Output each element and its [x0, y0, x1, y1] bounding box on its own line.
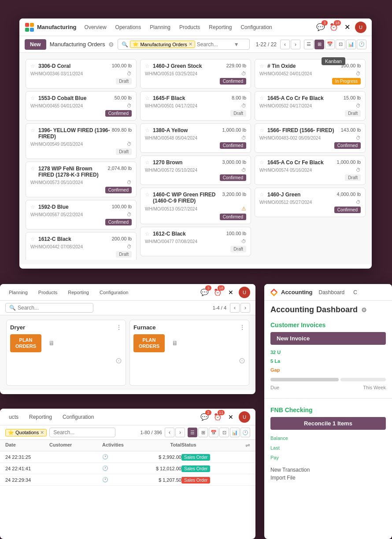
chart-view-icon[interactable]: 📊 — [346, 40, 356, 49]
clock-view-icon[interactable]: 🕐 — [357, 40, 366, 49]
kanban-card[interactable]: ☆ 1460-J Green 4,000.00 lb WH/MO/00512 0… — [255, 188, 366, 217]
kanban-card[interactable]: ☆ 1396- YELLOW FIRED (1396-FIRED) 809.80… — [26, 123, 137, 159]
nav-operations[interactable]: Operations — [112, 22, 145, 32]
search-bar-2[interactable]: 🔍 — [5, 303, 93, 313]
chart-view-icon-3[interactable]: 📊 — [230, 428, 240, 437]
star-icon[interactable]: ☆ — [145, 95, 150, 101]
fnb-link-last[interactable]: Last — [270, 445, 280, 450]
kanban-view-icon[interactable]: ⊞ — [314, 40, 324, 49]
kanban-card[interactable]: ☆ 1553-D Cobalt Blue 50.00 lb WH/MO/0045… — [26, 91, 137, 121]
column-settings-icon[interactable]: ⇌ — [245, 442, 250, 449]
search-filter-tag[interactable]: ⭐ Manufacturing Orders ✕ — [130, 41, 195, 48]
search-input-2[interactable] — [18, 305, 53, 311]
close-icon-3[interactable]: ✕ — [226, 412, 236, 422]
accounting-gear-icon[interactable]: ⚙ — [361, 306, 367, 314]
remove-filter-icon-3[interactable]: ✕ — [40, 430, 44, 436]
prev-page-button-3[interactable]: ‹ — [165, 428, 174, 437]
kanban-card[interactable]: ☆ 1278 WIP FeNi Brown FIRED (1278-K-3 FI… — [26, 162, 137, 197]
activity-badge-icon[interactable]: ⏰ 18 — [329, 22, 339, 33]
acc-nav-dashboard[interactable]: Dashboard — [316, 288, 348, 297]
remove-filter-icon[interactable]: ✕ — [189, 41, 192, 47]
nav-reporting-2[interactable]: Reporting — [64, 288, 92, 297]
star-icon[interactable]: ☆ — [259, 192, 264, 198]
kanban-card[interactable]: ☆ 1460-C WIP Green FIRED (1460-C-9 FIRED… — [140, 188, 251, 224]
fnb-link-pay[interactable]: Pay — [270, 455, 279, 460]
clock-view-icon-3[interactable]: 🕐 — [240, 428, 250, 437]
star-icon[interactable]: ☆ — [259, 159, 264, 166]
settings-gear-icon[interactable]: ⚙ — [108, 41, 114, 48]
star-icon[interactable]: ☆ — [30, 127, 35, 133]
close-icon[interactable]: ✕ — [342, 22, 352, 33]
reconcile-button[interactable]: Reconcile 1 Items — [270, 417, 386, 430]
kanban-card[interactable]: ☆ 1270 Brown 3,000.00 lb WH/MO/00572 05/… — [140, 155, 251, 185]
workcenter-card-furnace[interactable]: Furnace ⋮ PLANORDERS 🖥 ⊙ — [129, 320, 249, 386]
nav-products-2[interactable]: Products — [35, 288, 61, 297]
nav-overview[interactable]: Overview — [81, 22, 110, 32]
acc-nav-other[interactable]: C — [351, 288, 360, 297]
fnb-link-balance[interactable]: Balance — [270, 436, 288, 441]
workcenter-menu-icon-2[interactable]: ⋮ — [239, 324, 245, 331]
list-view-icon[interactable]: ☰ — [304, 40, 314, 49]
nav-planning-2[interactable]: Planning — [5, 288, 31, 297]
star-icon[interactable]: ☆ — [145, 192, 150, 198]
accounting-logo[interactable]: Accounting — [270, 288, 313, 297]
search-bar[interactable]: 🔍 ⭐ Manufacturing Orders ✕ ▼ — [118, 39, 250, 50]
nav-reporting[interactable]: Reporting — [205, 22, 235, 32]
drag-handle[interactable]: ⊙ — [115, 356, 122, 365]
close-icon-2[interactable]: ✕ — [226, 287, 236, 298]
plan-orders-button-dryer[interactable]: PLANORDERS — [10, 334, 41, 352]
search-bar-3[interactable] — [49, 428, 115, 437]
grid-view-icon-3[interactable]: ⊡ — [219, 428, 229, 437]
new-button[interactable]: New — [25, 39, 46, 50]
user-avatar-3[interactable]: U — [239, 411, 250, 423]
calendar-view-icon[interactable]: 📅 — [325, 40, 335, 49]
nav-configuration-3[interactable]: Configuration — [59, 412, 97, 422]
star-icon[interactable]: ☆ — [30, 63, 35, 69]
star-icon[interactable]: ☆ — [30, 95, 35, 101]
new-transaction-link[interactable]: New Transaction — [270, 466, 386, 474]
chat-badge-icon[interactable]: 💬 3 — [315, 22, 326, 33]
kanban-card[interactable]: ☆ 1612-C Black 100.00 lb WH/MO/00477 07/… — [140, 227, 251, 256]
search-input-3[interactable] — [53, 429, 89, 436]
star-icon[interactable]: ☆ — [145, 127, 150, 133]
nav-configuration-2[interactable]: Configuration — [96, 288, 132, 297]
activity-badge-icon-3[interactable]: ⏰ 11 — [212, 412, 223, 422]
nav-reporting-3[interactable]: Reporting — [26, 412, 55, 422]
user-avatar[interactable]: U — [355, 22, 366, 33]
kanban-card[interactable]: ☆ 1380-A Yellow 1,000.00 lb WH/MO/00548 … — [140, 123, 251, 153]
plan-orders-button-furnace[interactable]: PLANORDERS — [133, 334, 165, 352]
user-avatar-2[interactable]: U — [239, 287, 250, 298]
chat-badge-icon-2[interactable]: 💬 3 — [199, 287, 210, 298]
search-filter-tag-3[interactable]: ⭐ Quotations ✕ — [5, 429, 47, 436]
drag-handle-2[interactable]: ⊙ — [239, 356, 245, 365]
list-item[interactable]: 24 22:31:25 🕐 $ 2,992.00 Sales Order — [0, 451, 255, 463]
kanban-card[interactable]: ☆ # Tin Oxide 100.00 lb WH/MO/00452 04/0… — [255, 59, 366, 89]
star-icon[interactable]: ☆ — [145, 159, 150, 166]
grid-view-icon[interactable]: ⊡ — [336, 40, 345, 49]
kanban-card[interactable]: ☆ 1460-J Green Stock 229.00 lb WH/MO/005… — [140, 59, 251, 89]
star-icon[interactable]: ☆ — [30, 166, 35, 172]
import-file-link[interactable]: Import File — [270, 474, 386, 482]
chat-badge-icon-3[interactable]: 💬 2 — [199, 412, 210, 422]
workcenter-menu-icon[interactable]: ⋮ — [116, 324, 122, 331]
list-item[interactable]: 24 22:29:34 🕐 $ 1,207.50 Sales Order — [0, 474, 255, 486]
star-icon[interactable]: ☆ — [259, 127, 264, 133]
kanban-card[interactable]: ☆ 1612-C Black 200.00 lb WH/MO/00442 07/… — [26, 232, 137, 260]
prev-page-button-2[interactable]: ‹ — [230, 303, 240, 313]
kanban-card[interactable]: ☆ 3306-D Coral 100.00 lb WH/MO/00346 03/… — [26, 59, 137, 89]
star-icon[interactable]: ☆ — [30, 236, 35, 242]
nav-products-3[interactable]: ucts — [5, 412, 22, 422]
new-invoice-button[interactable]: New Invoice — [270, 332, 386, 345]
star-icon[interactable]: ☆ — [145, 63, 150, 69]
next-page-button[interactable]: › — [291, 40, 300, 49]
kanban-view-icon-3[interactable]: ⊞ — [198, 428, 208, 437]
star-icon[interactable]: ☆ — [259, 63, 264, 69]
calendar-view-icon-3[interactable]: 📅 — [209, 428, 218, 437]
nav-configuration[interactable]: Configuration — [237, 22, 275, 32]
search-input[interactable] — [197, 41, 232, 48]
kanban-card[interactable]: ☆ 1566- FIRED (1566- FIRED) 143.00 lb WH… — [255, 123, 366, 153]
activity-badge-icon-2[interactable]: ⏰ 18 — [212, 287, 223, 298]
workcenter-card-dryer[interactable]: Dryer ⋮ PLANORDERS 🖥 ⊙ — [6, 320, 126, 386]
star-icon[interactable]: ☆ — [30, 204, 35, 210]
app-logo[interactable]: Manufacturing — [25, 22, 77, 32]
